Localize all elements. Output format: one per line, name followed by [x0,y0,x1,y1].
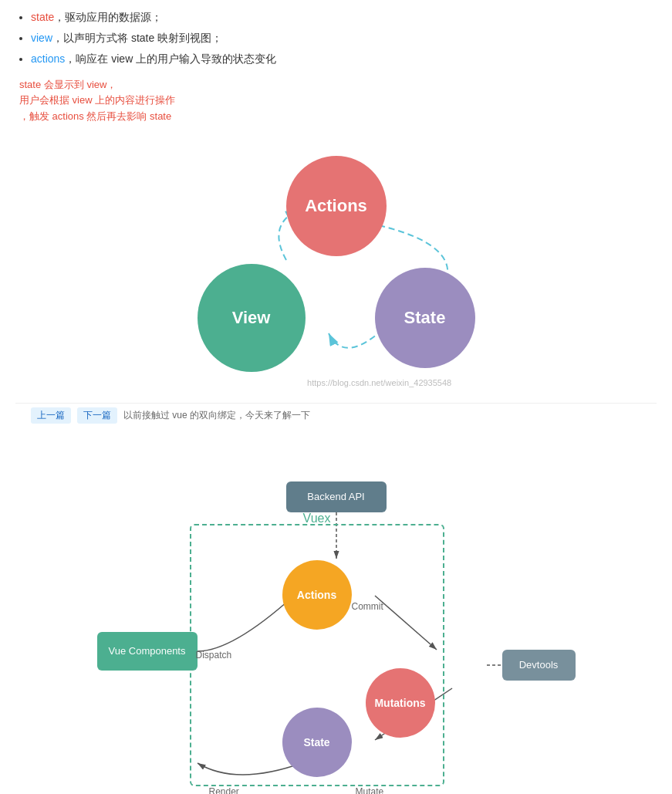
state-circle: State [375,268,475,368]
nav-text: 以前接触过 vue 的双向绑定，今天来了解一下 [123,409,310,422]
keyword-state: state [31,11,54,23]
vuex-state-circle: State [282,708,352,777]
desc-line2: 用户会根据 view 上的内容进行操作 [19,94,175,106]
vue-components-box: Vue Components [97,632,198,671]
spacer [0,427,672,458]
backend-api-box: Backend API [286,481,387,512]
keyword-actions: actions [31,52,65,65]
vuex-label: Vuex [303,512,331,525]
watermark: https://blog.csdn.net/weixin_42935548 [307,378,451,387]
next-button[interactable]: 下一篇 [77,407,117,424]
mutate-label: Mutate [356,786,384,794]
commit-label: Commit [352,601,383,612]
desc-line3: ，触发 actions 然后再去影响 state [19,110,171,122]
actions-circle: Actions [286,156,387,256]
bullet-item-view: view，以声明方式将 state 映射到视图； [31,29,657,48]
vuex-mutations-circle: Mutations [366,668,435,738]
flux-diagram: Actions View State https://blog.csdn.net… [151,133,522,395]
vuex-diagram: Backend API Vuex Actions Mutations State… [97,481,576,794]
view-circle: View [198,264,306,372]
description-text: state 会显示到 view， 用户会根据 view 上的内容进行操作 ，触发… [15,77,657,125]
keyword-view: view [31,32,52,44]
vuex-actions-circle: Actions [282,560,352,630]
prev-button[interactable]: 上一篇 [31,407,71,424]
bullet-item-state: state，驱动应用的数据源； [31,8,657,27]
bullet-item-actions: actions，响应在 view 上的用户输入导致的状态变化 [31,49,657,69]
nav-bar: 上一篇 下一篇 以前接触过 vue 的双向绑定，今天来了解一下 [15,403,657,427]
top-section: state，驱动应用的数据源； view，以声明方式将 state 映射到视图；… [0,0,672,427]
vuex-section: Backend API Vuex Actions Mutations State… [0,466,672,794]
devtools-box: Devtools [502,650,576,681]
desc-line1: state 会显示到 view， [19,79,117,90]
dispatch-label: Dispatch [196,650,232,661]
render-label: Render [209,786,239,794]
bullet-list: state，驱动应用的数据源； view，以声明方式将 state 映射到视图；… [15,8,657,69]
